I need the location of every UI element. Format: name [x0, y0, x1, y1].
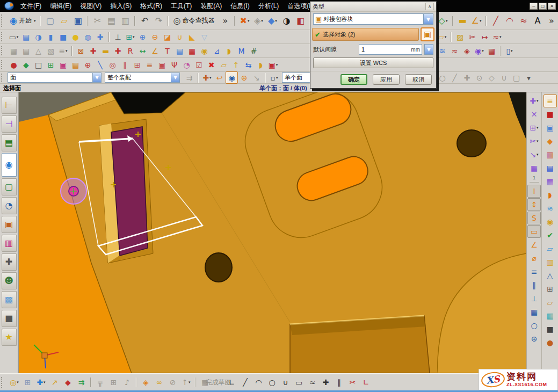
design-trim-button[interactable]: ▥ [543, 148, 557, 161]
set-wcs-button[interactable]: 设置 WCS [313, 57, 433, 68]
move-component-button[interactable]: ↗ [48, 376, 61, 389]
snap-midpoint-button[interactable]: ╱ [448, 71, 461, 84]
close-button[interactable]: ✕ [548, 3, 556, 10]
rollback-button[interactable]: ↩ [213, 71, 226, 84]
block-button[interactable]: ■ [57, 31, 69, 43]
measure-angle-button[interactable]: ∠▾ [469, 14, 483, 28]
part-templates-button[interactable]: ★ [2, 329, 17, 346]
text-tool-button[interactable]: A [531, 14, 545, 28]
snap-quadrant-button[interactable]: ◇ [485, 71, 498, 84]
measure-angle-2-button[interactable]: ∠ [149, 45, 161, 57]
sphere-button[interactable]: ● [69, 31, 82, 43]
pattern-component-button[interactable]: ⇉ [75, 376, 88, 389]
grid-check-button[interactable]: ▦ [186, 45, 198, 57]
revolve-button[interactable]: ◑ [32, 31, 45, 43]
sketch-fillet-button[interactable]: ∪ [279, 376, 292, 389]
toolbar-grip[interactable] [1, 32, 4, 42]
measure-angle-caret[interactable]: ▾ [480, 19, 482, 23]
cut-face-caret[interactable]: ▾ [537, 139, 539, 143]
gap-value-field[interactable]: 1 mm [359, 44, 422, 55]
move-face-caret[interactable]: ▾ [537, 99, 539, 103]
move-object-button[interactable]: ◈▾ [251, 14, 265, 28]
snap-point-button[interactable]: ✚▾ [201, 71, 213, 84]
snap-point-caret[interactable]: ▾ [209, 76, 212, 80]
restore-button[interactable]: ▢ [539, 3, 547, 10]
assembly-constraints-button[interactable]: ╦ [93, 376, 107, 389]
pattern-face-button[interactable]: ▦ [527, 162, 541, 175]
quick-trim-button[interactable]: ✂ [346, 376, 359, 389]
radial-dimension-button[interactable]: ⌀ [527, 252, 541, 265]
system-scenes-button[interactable]: ▩ [2, 291, 17, 308]
shape-palette-button[interactable]: ■ [2, 310, 17, 327]
part-navigator-button[interactable]: ▤ [2, 134, 17, 151]
move-object-caret[interactable]: ▾ [261, 19, 263, 23]
sketch-circle-button[interactable]: ○ [265, 376, 279, 389]
marquee-select-button[interactable]: ▫▾ [268, 71, 280, 84]
undo-button[interactable]: ↶ [137, 14, 151, 28]
measure-distance-button[interactable]: ▬ [455, 14, 469, 28]
menu-item[interactable]: 编辑(E) [46, 1, 76, 12]
assembly-more-caret[interactable]: ▾ [66, 49, 68, 53]
assembly-sequence-button[interactable]: ▤ [20, 45, 32, 57]
snap-more-button[interactable]: ▾ [523, 71, 535, 84]
quick-pick-button[interactable]: ◉ [226, 71, 238, 84]
find-component-caret[interactable]: ▾ [17, 380, 19, 384]
geometric-tolerance-button[interactable]: T [161, 45, 173, 57]
snap-on-face-button[interactable]: ▢ [510, 71, 523, 84]
unit-dropdown-button[interactable]: ▼ [424, 44, 433, 55]
mate-tool-button[interactable]: ▣ [57, 59, 69, 71]
cleanup-tool-button[interactable]: ↑ [230, 59, 242, 71]
chevron-down-icon[interactable]: ▼ [92, 73, 101, 82]
resize-face-caret[interactable]: ▾ [537, 153, 539, 157]
path-dimension-button[interactable]: S [527, 212, 541, 224]
roles-button[interactable]: ☻ [2, 272, 17, 289]
bounding-body-button[interactable]: ▣ [421, 27, 434, 41]
subtract-button[interactable]: ⊖ [149, 31, 161, 43]
align-horizontal-button[interactable]: ≡ [527, 265, 541, 278]
more-sheet-caret[interactable]: ▾ [445, 35, 447, 39]
type-filter-combo[interactable]: 面 ▼ [8, 72, 102, 83]
toolbar-overflow-2-button[interactable]: » [545, 14, 558, 28]
cut-face-button[interactable]: ✂▾ [527, 135, 541, 148]
toolbar-grip[interactable] [1, 60, 4, 70]
move-face-button[interactable]: ✚▾ [527, 95, 541, 107]
curved-sheet-button[interactable]: ◗ [543, 188, 557, 201]
color-grid-tool-button[interactable]: ▦ [69, 59, 82, 71]
align-vertical-button[interactable]: ∥ [527, 279, 541, 292]
crosshair-box-button[interactable]: ⊕ [82, 59, 94, 71]
group-folder-button[interactable]: ▱ [218, 59, 230, 71]
auto-dimension-button[interactable]: ▦ [527, 306, 541, 318]
studio-spline-button[interactable]: ≈ [517, 14, 531, 28]
copy-button[interactable]: ▤ [104, 14, 118, 28]
menu-item[interactable]: 工具(T) [166, 1, 196, 12]
sketch-rectangle-button[interactable]: ▭ [292, 376, 306, 389]
command-finder-button[interactable]: ◎命令查找器 [171, 14, 218, 28]
delete-tool-button[interactable]: ✖ [205, 59, 218, 71]
resize-face-button[interactable]: ↘▾ [527, 148, 541, 161]
nx-start-caret[interactable]: ▾ [34, 19, 36, 23]
type-combo[interactable]: ▣ 对接包容块 ▼ [313, 13, 433, 25]
plate-stack-button[interactable]: ≋ [543, 202, 557, 215]
web-browser-button[interactable]: ◉ [2, 153, 17, 177]
diagonal-line-tool-button[interactable]: ╲ [94, 59, 106, 71]
wave-geometry-linker-button[interactable]: ◈ [139, 376, 153, 389]
assembly-navigator-button[interactable]: ⊢ [2, 97, 17, 114]
midline-constraint-button[interactable]: ⊥ [527, 292, 541, 305]
exploded-view-button[interactable]: ↑▾ [179, 376, 193, 389]
simple-interference-button[interactable]: ⊠ [75, 45, 87, 57]
section-view-button[interactable]: ◧ [293, 14, 307, 28]
measure-distance-2-button[interactable]: ▬ [99, 45, 112, 57]
save-file-button[interactable]: ▣ [71, 14, 85, 28]
bom-table-button[interactable]: ⊞ [543, 282, 557, 295]
visual-reports-button[interactable]: ▥ [2, 235, 17, 252]
work-piece-button[interactable]: ■ [543, 108, 557, 121]
graphics-window[interactable] [19, 92, 526, 373]
section-analysis-button[interactable]: ▤ [173, 45, 186, 57]
mold-validate-button[interactable]: ✔ [543, 229, 557, 242]
select-arrow-button[interactable]: ↘ [250, 71, 263, 84]
cyan-grid-button[interactable]: ▦ [543, 309, 557, 322]
model-hole-2[interactable] [205, 253, 232, 282]
point-analysis-button[interactable]: ✚ [112, 45, 124, 57]
toolbar-overflow-1-button[interactable]: » [218, 14, 232, 28]
curvature-graph-button[interactable]: ≈ [448, 45, 461, 57]
